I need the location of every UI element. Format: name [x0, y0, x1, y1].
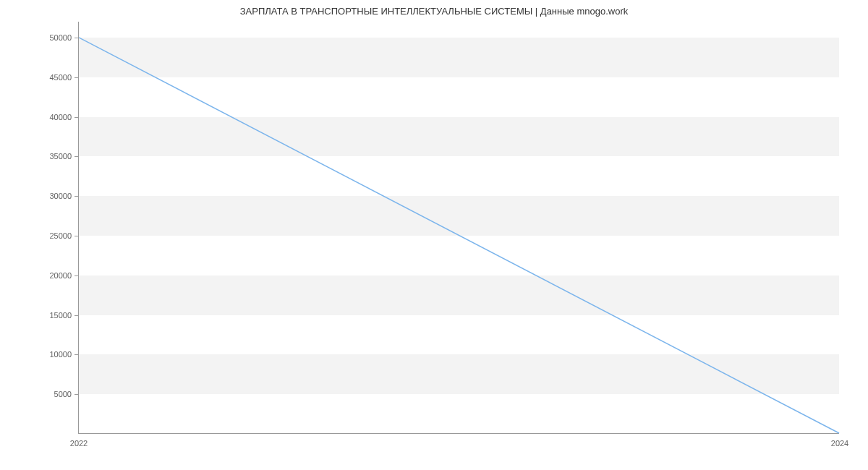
y-tick-label: 50000 — [49, 33, 79, 42]
data-line — [79, 38, 839, 433]
x-tick-label: 2024 — [831, 433, 848, 448]
y-tick-label: 45000 — [49, 73, 79, 82]
plot-area: 5000100001500020000250003000035000400004… — [78, 22, 839, 434]
y-tick-label: 40000 — [49, 113, 79, 121]
y-tick-label: 25000 — [49, 231, 79, 240]
y-tick-label: 35000 — [49, 152, 79, 161]
chart-title: ЗАРПЛАТА В ТРАНСПОРТНЫЕ ИНТЕЛЛЕКТУАЛЬНЫЕ… — [0, 6, 868, 17]
y-tick-label: 20000 — [49, 271, 79, 280]
y-tick-label: 5000 — [54, 390, 79, 398]
y-tick-label: 15000 — [49, 311, 79, 320]
x-tick-label: 2022 — [70, 433, 88, 448]
line-series — [79, 22, 839, 433]
y-tick-label: 10000 — [49, 350, 79, 359]
y-tick-label: 30000 — [49, 192, 79, 200]
